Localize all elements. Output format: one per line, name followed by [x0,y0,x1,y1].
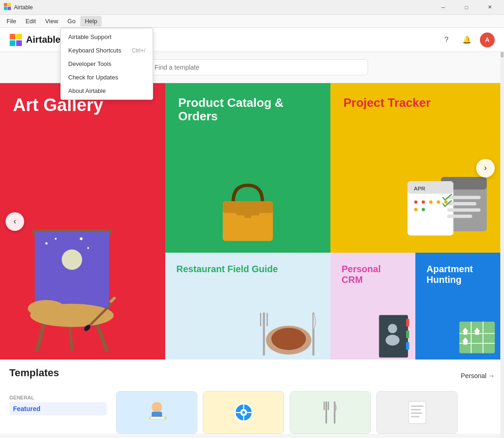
svg-rect-84 [411,405,423,407]
personal-link[interactable]: Personal → [461,372,495,379]
minimize-button[interactable]: ─ [433,0,454,15]
svg-point-18 [87,247,89,249]
hero-card-product-catalog[interactable]: Product Catalog & Orders [165,83,330,253]
dropdown-airtable-support[interactable]: Airtable Support [61,30,153,44]
project-tracker-illustration: APR [403,164,496,248]
svg-rect-63 [463,332,467,335]
svg-point-37 [444,200,447,203]
template-icon-0 [143,399,171,426]
template-card-2[interactable] [290,391,371,434]
dropdown-keyboard-shortcuts[interactable]: Keyboard Shortcuts Ctrl+/ [61,44,153,57]
svg-point-68 [151,402,162,413]
svg-point-15 [28,300,65,317]
crm-illustration [374,313,415,360]
template-card-1[interactable] [203,391,284,434]
svg-rect-5 [16,33,22,39]
templates-sidebar: General Featured [9,391,107,434]
svg-point-35 [429,200,433,203]
logo-text: Airtable [26,34,60,45]
svg-point-20 [55,238,57,240]
hero-card-personal-crm[interactable]: Personal CRM [330,253,415,360]
template-thumb-2 [290,392,370,433]
template-thumb-0 [116,392,197,433]
svg-rect-26 [245,201,251,218]
svg-rect-71 [150,418,164,419]
dropdown-about[interactable]: About Airtable [61,84,153,98]
maximize-button[interactable]: □ [456,0,477,15]
svg-rect-4 [10,33,15,39]
product-catalog-illustration [206,164,290,248]
hero-card-project-tracker[interactable]: Project Tracker APR [330,83,500,253]
menu-go[interactable]: Go [63,16,80,26]
search-input[interactable] [155,64,361,71]
svg-rect-6 [10,40,15,46]
menu-file[interactable]: File [2,16,21,26]
project-tracker-title: Project Tracker [343,96,487,110]
svg-rect-86 [411,412,422,414]
avatar[interactable]: A [480,33,495,47]
apartment-hunting-title: Apartment Hunting [426,264,489,285]
svg-rect-54 [406,342,409,350]
svg-rect-23 [109,296,116,304]
template-card-3[interactable] [376,391,458,434]
svg-rect-2 [4,7,7,10]
window-title: Airtable [14,4,433,11]
svg-point-56 [386,335,400,346]
svg-rect-85 [411,409,420,411]
menu-bar: File Edit View Go Help Airtable Support … [0,15,504,28]
svg-rect-3 [8,7,11,10]
carousel-prev-button[interactable]: ‹ [6,212,24,231]
svg-rect-1 [8,3,11,6]
template-card-0[interactable] [116,391,197,434]
svg-point-39 [422,208,425,211]
svg-rect-43 [447,215,472,218]
menu-edit[interactable]: Edit [21,16,40,26]
templates-section: Templates Personal → General Featured [0,360,504,434]
scrollbar-track [500,28,504,438]
template-cards-row [116,391,495,434]
svg-point-17 [45,242,48,245]
menu-view[interactable]: View [40,16,63,26]
dropdown-developer-tools[interactable]: Developer Tools [61,57,153,71]
hero-card-art-gallery[interactable]: Art Gallery [0,83,165,360]
sidebar-item-featured[interactable]: Featured [9,402,107,415]
dropdown-check-updates[interactable]: Check for Updates [61,71,153,84]
svg-rect-40 [447,196,481,199]
template-icon-2 [317,399,344,426]
svg-rect-53 [406,331,409,339]
svg-point-16 [62,249,82,270]
template-thumb-1 [203,392,284,433]
svg-rect-42 [447,209,481,212]
hero-area: Art Gallery [0,83,504,360]
template-icon-1 [230,399,258,426]
close-button[interactable]: ✕ [479,0,500,15]
templates-section-title: Templates [9,367,59,379]
svg-point-19 [80,237,83,240]
notifications-button[interactable]: 🔔 [459,33,474,47]
apartment-illustration [456,318,498,357]
app-logo: Airtable [9,33,60,46]
svg-rect-67 [463,341,467,345]
help-button[interactable]: ? [439,33,454,47]
hero-card-apartment-hunting[interactable]: Apartment Hunting [415,253,500,360]
svg-rect-52 [406,319,409,327]
carousel-next-button[interactable]: › [476,159,495,177]
svg-point-33 [414,200,417,203]
sidebar-category-general: General [9,391,107,402]
svg-rect-0 [4,3,7,6]
svg-rect-27 [236,210,259,216]
personal-crm-title: Personal CRM [342,264,404,285]
hero-bottom-right: Personal CRM Apartment Hunting [330,253,500,360]
window-controls: ─ □ ✕ [433,0,500,15]
templates-content: General Featured [9,391,495,434]
logo-icon [9,33,22,46]
hero-card-restaurant[interactable]: Restaurant Field Guide [165,253,330,360]
svg-rect-41 [447,202,477,205]
svg-rect-65 [475,332,479,335]
svg-rect-57 [459,322,495,353]
svg-point-38 [414,208,417,211]
svg-text:APR: APR [414,185,426,191]
svg-point-55 [388,324,397,333]
menu-help[interactable]: Help [80,16,102,26]
app-icon [4,3,11,12]
